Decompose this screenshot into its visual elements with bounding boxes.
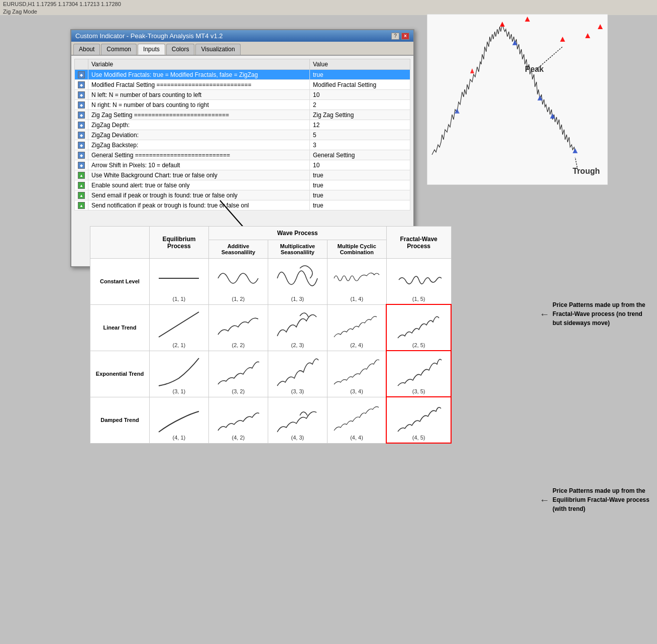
pattern-cell: (1, 1) [149, 259, 208, 305]
table-row[interactable]: ▲ Use White Background Chart: true or fa… [75, 170, 410, 180]
pattern-cell: (1, 3) [268, 259, 327, 305]
row-icon: ▲ [75, 180, 88, 190]
row-icon: ◆ [75, 70, 88, 80]
svg-rect-2 [427, 14, 608, 185]
pattern-cell: (4, 2) [208, 397, 268, 443]
annotation-fractal-wave: ← Price Patterns made up from the Fracta… [539, 300, 653, 328]
row-value[interactable]: 3 [310, 140, 410, 150]
cell-coord: (3, 3) [291, 388, 304, 394]
row-value[interactable]: 2 [310, 100, 410, 110]
trough-label: Trough [573, 167, 600, 175]
tab-inputs[interactable]: Inputs [138, 44, 165, 55]
price-chart: Peak Trough [427, 14, 608, 185]
table-row[interactable]: ◆ Modified Fractal Setting =============… [75, 80, 410, 90]
cell-coord: (4, 4) [350, 435, 363, 441]
row-icon: ◆ [75, 80, 88, 90]
row-variable: N left: N = number of bars counting to l… [88, 90, 310, 100]
cell-coord: (4, 3) [291, 435, 304, 441]
close-button[interactable]: × [401, 33, 409, 40]
cell-coord: (2, 2) [232, 342, 245, 348]
pattern-cell: (4, 3) [268, 397, 327, 443]
pattern-row-label: Damped Trend [90, 397, 150, 443]
table-row[interactable]: ◆ N left: N = number of bars counting to… [75, 90, 410, 100]
top-bar-text: EURUSD,H1 1.17295 1.17304 1.17213 1.1728… [3, 1, 121, 7]
chart-panel: Peak Trough [427, 14, 618, 205]
pattern-cell: (4, 5) [386, 397, 451, 443]
row-icon: ◆ [75, 130, 88, 140]
row-variable: Enable sound alert: true or false only [88, 180, 310, 190]
header-fractal-wave: Fractal-Wave Process [400, 236, 437, 250]
cell-coord: (4, 5) [412, 435, 425, 441]
pattern-cell: (3, 3) [268, 351, 327, 397]
row-icon: ▲ [75, 200, 88, 210]
row-icon: ◆ [75, 100, 88, 110]
row-variable: ZigZag Depth: [88, 120, 310, 130]
pattern-row-label: Exponential Trend [90, 351, 150, 397]
row-value[interactable]: 10 [310, 160, 410, 170]
row-icon: ▲ [75, 190, 88, 200]
cell-coord: (1, 1) [173, 296, 186, 302]
pattern-cell: (1, 4) [327, 259, 386, 305]
pattern-row-label: Linear Trend [90, 304, 150, 351]
cell-coord: (3, 5) [412, 388, 425, 394]
row-value[interactable]: 5 [310, 130, 410, 140]
row-icon: ▲ [75, 170, 88, 180]
tab-common[interactable]: Common [101, 44, 137, 55]
cell-coord: (1, 3) [291, 296, 304, 302]
row-variable: Zig Zag Setting ========================… [88, 110, 310, 120]
pattern-cell: (4, 1) [149, 397, 208, 443]
pattern-row: Constant Level (1, 1) (1, 2) (1, 3) (1, … [90, 259, 452, 305]
cell-coord: (3, 2) [232, 388, 245, 394]
header-equilibrium: Equilibrium Process [162, 236, 195, 250]
row-variable: ZigZag Backstep: [88, 140, 310, 150]
tab-about[interactable]: About [73, 44, 100, 55]
pattern-cell: (2, 3) [268, 304, 327, 351]
table-row[interactable]: ◆ Zig Zag Setting ======================… [75, 110, 410, 120]
table-row[interactable]: ◆ ZigZag Backstep: 3 [75, 140, 410, 150]
table-row[interactable]: ◆ N right: N = number of bars counting t… [75, 100, 410, 110]
pattern-cell: (2, 1) [149, 304, 208, 351]
pattern-cell: (3, 1) [149, 351, 208, 397]
row-value[interactable]: 12 [310, 120, 410, 130]
tab-visualization[interactable]: Visualization [195, 44, 240, 55]
cell-coord: (2, 1) [173, 342, 186, 348]
cell-coord: (2, 4) [350, 342, 363, 348]
row-icon: ◆ [75, 110, 88, 120]
pattern-cell: (3, 2) [208, 351, 268, 397]
cell-coord: (4, 1) [173, 435, 186, 441]
row-value[interactable]: Zig Zag Setting [310, 110, 410, 120]
pattern-row: Damped Trend (4, 1) (4, 2) (4, 3) (4, 4)… [90, 397, 452, 443]
pattern-cell: (2, 2) [208, 304, 268, 351]
cell-coord: (2, 5) [412, 342, 425, 348]
cell-coord: (3, 1) [173, 388, 186, 394]
table-row[interactable]: ◆ ZigZag Depth: 12 [75, 120, 410, 130]
table-row[interactable]: ◆ ZigZag Deviation: 5 [75, 130, 410, 140]
table-row[interactable]: ▲ Enable sound alert: true or false only… [75, 180, 410, 190]
help-button[interactable]: ? [391, 33, 399, 40]
row-icon: ◆ [75, 150, 88, 160]
table-row[interactable]: ◆ General Setting ======================… [75, 150, 410, 160]
row-value[interactable]: true [310, 70, 410, 80]
pattern-row: Exponential Trend (3, 1) (3, 2) (3, 3) (… [90, 351, 452, 397]
row-value[interactable]: true [310, 170, 410, 180]
table-row[interactable]: ◆ Arrow Shift in Pixels: 10 = default 10 [75, 160, 410, 170]
tab-colors[interactable]: Colors [166, 44, 195, 55]
dialog-title-bar: Custom Indicator - Peak-Trough Analysis … [71, 30, 413, 42]
cell-coord: (2, 3) [291, 342, 304, 348]
pattern-row-label: Constant Level [90, 259, 150, 305]
pattern-table: Equilibrium Process Wave Process Fractal… [90, 226, 452, 444]
table-row[interactable]: ◆ Use Modified Fractals: true = Modified… [75, 70, 410, 80]
row-value[interactable]: true [310, 180, 410, 190]
row-value[interactable]: 10 [310, 90, 410, 100]
col-value: Value [310, 59, 410, 70]
cell-coord: (1, 2) [232, 296, 245, 302]
dialog-title-text: Custom Indicator - Peak-Trough Analysis … [75, 32, 223, 40]
pattern-cell: (1, 2) [208, 259, 268, 305]
lower-section: Equilibrium Process Wave Process Fractal… [10, 226, 653, 558]
mode-text: Zig Zag Mode [3, 9, 37, 15]
row-variable: Modified Fractal Setting ===============… [88, 80, 310, 90]
row-value[interactable]: General Setting [310, 150, 410, 160]
cell-coord: (4, 2) [232, 435, 245, 441]
inputs-table: Variable Value ◆ Use Modified Fractals: … [74, 59, 410, 210]
row-value[interactable]: Modified Fractal Setting [310, 80, 410, 90]
